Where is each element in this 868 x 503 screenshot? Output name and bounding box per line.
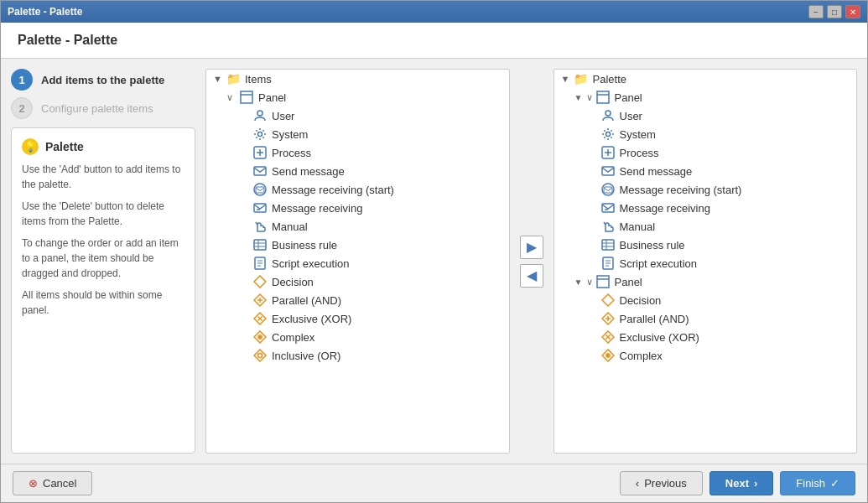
system-label-r: System <box>620 128 656 141</box>
transfer-buttons: ▶ ◀ <box>517 69 547 454</box>
right-list-panel: ▼ 📁 Palette ▼ ∨ Panel <box>554 69 858 454</box>
tree-folder-items[interactable]: ▼ 📁 Items <box>206 70 509 88</box>
palette-root-label: Palette <box>593 73 626 86</box>
step-2-circle: 2 <box>11 97 33 119</box>
svg-marker-58 <box>602 294 614 306</box>
msgreceive-label-l: Message receiving <box>272 202 362 215</box>
tree-panel-r1[interactable]: ▼ ∨ Panel <box>554 88 857 106</box>
panel-label-l: Panel <box>258 91 286 104</box>
window-content: 1 Add items to the palette 2 Configure p… <box>1 59 867 464</box>
manual-icon-l <box>252 220 268 233</box>
svg-rect-48 <box>602 240 614 250</box>
tree-msgstart-l[interactable]: Message receiving (start) <box>206 180 509 199</box>
info-p1: Use the 'Add' button to add items to the… <box>22 162 185 192</box>
tree-decision-r[interactable]: Decision <box>554 291 857 309</box>
svg-rect-13 <box>254 240 266 250</box>
remove-button[interactable]: ◀ <box>520 264 543 288</box>
title-bar-text: Palette - Palette <box>8 6 82 18</box>
tree-panel-r2[interactable]: ▼ ∨ Panel <box>554 272 857 291</box>
add-button[interactable]: ▶ <box>520 236 543 259</box>
step-2-label: Configure palette items <box>41 102 153 115</box>
script-label-r: Script execution <box>620 257 698 270</box>
tree-script-l[interactable]: Script execution <box>206 254 509 272</box>
manual-label-l: Manual <box>272 220 308 233</box>
cancel-button[interactable]: ⊗ Cancel <box>13 471 92 495</box>
tree-bizrule-r[interactable]: Business rule <box>554 236 857 254</box>
tree-exclusive-l[interactable]: Exclusive (XOR) <box>206 309 509 328</box>
next-icon: › <box>754 477 757 490</box>
svg-rect-44 <box>604 187 612 193</box>
steps-section: 1 Add items to the palette 2 Configure p… <box>11 69 195 119</box>
tree-sendmsg-r[interactable]: Send message <box>554 162 857 180</box>
svg-line-47 <box>604 222 606 225</box>
sendmsg-icon-r <box>600 164 616 178</box>
panel-r1-label: Panel <box>615 91 642 104</box>
tree-sendmsg-l[interactable]: Send message <box>206 162 509 180</box>
next-button[interactable]: Next › <box>709 471 774 495</box>
manual-label-r: Manual <box>620 220 656 233</box>
tree-parallel-l[interactable]: Parallel (AND) <box>206 291 509 309</box>
bizrule-icon-r <box>600 238 616 252</box>
tree-msgreceive-l[interactable]: Message receiving <box>206 199 509 217</box>
parallel-label-l: Parallel (AND) <box>272 294 341 307</box>
window-header: Palette - Palette <box>1 23 867 59</box>
msgreceive-icon-r <box>600 201 616 215</box>
panel-icon-l <box>238 91 255 104</box>
panel-r2-label: Panel <box>615 276 642 288</box>
tree-panel-left[interactable]: ∨ Panel <box>206 88 509 106</box>
gear-icon-r <box>600 127 616 141</box>
previous-button[interactable]: ‹ Previous <box>620 471 703 495</box>
tree-process-l[interactable]: Process <box>206 143 509 162</box>
svg-rect-10 <box>254 204 266 212</box>
exclusive-icon-r <box>600 330 616 344</box>
decision-label-r: Decision <box>620 294 662 307</box>
user-label-l: User <box>272 110 294 122</box>
title-bar: Palette - Palette − □ ✕ <box>1 1 867 23</box>
tree-process-r[interactable]: Process <box>554 143 857 162</box>
bizrule-label-r: Business rule <box>620 239 685 252</box>
minimize-button[interactable]: − <box>808 5 824 18</box>
svg-rect-35 <box>597 91 609 103</box>
info-box: 💡 Palette Use the 'Add' button to add it… <box>11 127 195 454</box>
process-label-r: Process <box>620 147 659 159</box>
restore-button[interactable]: □ <box>827 5 842 18</box>
svg-rect-0 <box>241 91 252 103</box>
tree-parallel-r[interactable]: Parallel (AND) <box>554 309 857 328</box>
tree-user-r[interactable]: User <box>554 106 857 125</box>
user-label-r: User <box>620 110 642 122</box>
center-area: ▼ 📁 Items ∨ Panel <box>205 69 857 454</box>
tree-msgstart-r[interactable]: Message receiving (start) <box>554 180 857 199</box>
exclusive-label-l: Exclusive (XOR) <box>272 313 351 325</box>
footer: ⊗ Cancel ‹ Previous Next › Finish ✓ <box>1 464 867 502</box>
finish-button[interactable]: Finish ✓ <box>780 471 855 495</box>
tree-complex-l[interactable]: Complex <box>206 328 509 346</box>
tree-system-r[interactable]: System <box>554 125 857 143</box>
tree-decision-l[interactable]: Decision <box>206 272 509 291</box>
tree-system-l[interactable]: System <box>206 125 509 143</box>
left-list-panel: ▼ 📁 Items ∨ Panel <box>205 69 510 454</box>
system-label-l: System <box>272 128 308 141</box>
tree-folder-palette[interactable]: ▼ 📁 Palette <box>554 70 857 88</box>
inclusive-icon-l <box>252 349 268 362</box>
tree-user-l[interactable]: User <box>206 106 509 125</box>
complex-label-r: Complex <box>620 350 663 362</box>
tree-complex-r[interactable]: Complex <box>554 346 857 365</box>
tree-manual-r[interactable]: Manual <box>554 217 857 236</box>
panel-icon-r1 <box>595 91 611 104</box>
bizrule-label-l: Business rule <box>272 239 337 252</box>
close-button[interactable]: ✕ <box>845 5 860 18</box>
msgreceive-label-r: Message receiving <box>620 202 710 215</box>
user-icon-r <box>600 109 616 122</box>
script-label-l: Script execution <box>272 257 350 270</box>
tree-exclusive-r[interactable]: Exclusive (XOR) <box>554 328 857 346</box>
tree-inclusive-l[interactable]: Inclusive (OR) <box>206 346 509 365</box>
tree-script-r[interactable]: Script execution <box>554 254 857 272</box>
tree-manual-l[interactable]: Manual <box>206 217 509 236</box>
tree-bizrule-l[interactable]: Business rule <box>206 236 509 254</box>
exclusive-icon-l <box>252 312 268 325</box>
folder-icon-r: 📁 <box>573 72 590 86</box>
tree-msgreceive-r[interactable]: Message receiving <box>554 199 857 217</box>
svg-point-37 <box>606 111 611 116</box>
left-list-scroll[interactable]: ▼ 📁 Items ∨ Panel <box>206 70 509 453</box>
right-list-scroll[interactable]: ▼ 📁 Palette ▼ ∨ Panel <box>554 70 857 453</box>
